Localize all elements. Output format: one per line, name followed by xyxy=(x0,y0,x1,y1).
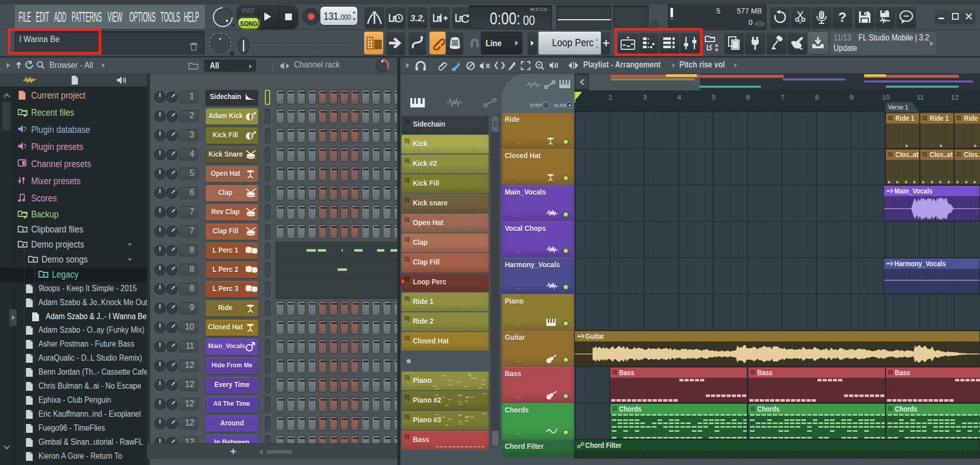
svg-text:?: ? xyxy=(838,10,847,24)
svg-text:.: . xyxy=(423,18,424,23)
